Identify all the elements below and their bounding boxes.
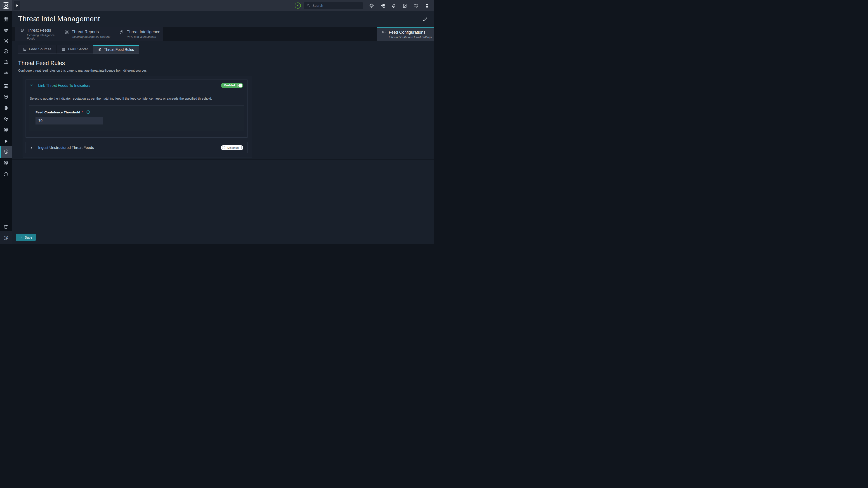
subtab-taxii-server[interactable]: TAXII Server [57, 45, 93, 54]
save-button[interactable]: Save [16, 234, 36, 241]
sub-tabs: Feed Sources TAXII Server Threat Feed Ru… [18, 45, 139, 54]
at-sign-icon: @ [3, 235, 8, 240]
automation-logo-icon [2, 2, 10, 9]
section-link-threat-feeds: Link Threat Feeds To Indicators Enabled … [26, 79, 248, 138]
sidebar-item-threat-intel[interactable] [0, 146, 12, 158]
sidebar-item-playbooks[interactable] [0, 137, 12, 146]
topbar-actions [369, 3, 430, 8]
toggle-knob [239, 84, 242, 88]
check-icon [19, 236, 23, 239]
sidebar-item-analytics[interactable] [0, 68, 12, 76]
tab-threat-feeds[interactable]: Threat Feeds Incoming Intelligence Feeds [16, 27, 60, 41]
toggle-track [241, 146, 242, 149]
tab-feed-configurations[interactable]: Feed Configurations Inbound Outbound Fee… [377, 27, 434, 41]
subtab-threat-feed-rules[interactable]: Threat Feed Rules [93, 45, 139, 54]
section-title: Ingest Unstructured Threat Feeds [38, 145, 94, 150]
people-icon [3, 116, 8, 122]
sidebar-item-lifecycle[interactable] [0, 169, 12, 178]
sidebar-item-help[interactable] [0, 103, 12, 112]
sync-arrows-icon [3, 171, 8, 177]
section-ingest-header[interactable]: Ingest Unstructured Threat Feeds Disable… [26, 142, 247, 153]
info-icon[interactable] [86, 110, 90, 114]
notifications-bell-icon[interactable] [391, 3, 396, 8]
section-title: Link Threat Feeds To Indicators [38, 84, 90, 88]
target-pulse-icon [20, 28, 24, 33]
search-input[interactable] [312, 4, 360, 7]
play-icon [3, 138, 8, 144]
pencil-icon [423, 17, 428, 22]
line-chart-icon [3, 69, 8, 75]
section-link-feeds-body: Select to update the indicator reputatio… [26, 91, 247, 137]
topbar [0, 0, 434, 11]
page-content: Threat Feed Rules Configure threat feed … [12, 60, 434, 160]
shield-pulse-icon [4, 149, 9, 155]
sidebar-item-sandbox[interactable] [0, 92, 12, 101]
sidebar-item-malware[interactable] [0, 126, 12, 135]
play-icon [16, 4, 19, 7]
user-profile-icon[interactable] [425, 3, 430, 8]
search-gear-icon [120, 30, 124, 34]
chevron-right-icon [30, 146, 33, 150]
sidebar-nav: @ [0, 11, 12, 244]
required-asterisk: * [82, 110, 83, 114]
rss-icon [23, 47, 27, 51]
sidebar-item-quick-actions[interactable] [0, 47, 12, 56]
settings-gear-icon[interactable] [369, 3, 374, 8]
sidebar-item-user-groups[interactable] [0, 26, 12, 35]
briefcase-icon [3, 59, 8, 64]
tasks-clipboard-icon[interactable] [402, 3, 407, 8]
page-header: Threat Intel Management [12, 11, 434, 27]
section-body-text: Select to update the indicator reputatio… [30, 97, 244, 100]
toggle-knob [222, 146, 225, 149]
field-label: Feed Confidence Threshold [35, 110, 80, 114]
rules-panel: Link Threat Feeds To Indicators Enabled … [23, 76, 252, 158]
dashboard-grid-icon [3, 17, 8, 22]
sitemap-icon[interactable] [380, 3, 385, 8]
chip-bug-icon [65, 30, 69, 34]
section-link-feeds-header[interactable]: Link Threat Feeds To Indicators Enabled [26, 80, 247, 91]
sidebar-item-apps[interactable] [0, 81, 12, 90]
link-feeds-toggle[interactable]: Enabled [221, 83, 243, 88]
app-logo[interactable] [0, 0, 12, 11]
edit-title-button[interactable] [423, 17, 428, 22]
shuffle-arrows-icon [3, 38, 8, 43]
content-description: Configure threat feed rules on this page… [18, 69, 428, 72]
toggle-label: Disabled [227, 146, 239, 149]
main-tabs: Threat Feeds Incoming Intelligence Feeds… [12, 27, 434, 41]
page-title: Threat Intel Management [18, 15, 100, 23]
trash-recycle-icon [3, 224, 8, 230]
sidebar-item-mentions[interactable]: @ [0, 231, 12, 244]
sidebar-expand-button[interactable] [13, 1, 20, 10]
target-pulse-icon [98, 48, 102, 52]
sidebar-item-contacts[interactable] [0, 115, 12, 124]
global-search[interactable] [304, 2, 363, 9]
lifebuoy-icon [3, 105, 8, 111]
bolt-circle-icon [3, 48, 8, 54]
environment-health-indicator[interactable] [295, 2, 301, 8]
tab-threat-reports[interactable]: Threat Reports Incoming Intelligence Rep… [60, 27, 115, 41]
shield-bug-icon [3, 127, 8, 133]
threat-intel-app: @ Threat Intel Management Threat Feeds I… [0, 0, 434, 244]
sidebar-item-dashboard[interactable] [0, 15, 12, 24]
toggle-track [237, 84, 238, 87]
server-stack-icon [61, 47, 65, 51]
threshold-subpanel: Feed Confidence Threshold * [29, 105, 244, 131]
sidebar-item-recycle-bin[interactable] [0, 222, 12, 231]
apps-modules-icon [3, 83, 8, 89]
cube-3d-icon [3, 94, 8, 100]
toggle-label: Enabled [224, 84, 235, 87]
subtab-feed-sources[interactable]: Feed Sources [18, 45, 57, 54]
leaf-icon [296, 4, 300, 7]
ingest-unstructured-toggle[interactable]: Disabled [221, 145, 243, 150]
content-heading: Threat Feed Rules [18, 60, 428, 66]
main-area: Threat Intel Management Threat Feeds Inc… [12, 11, 434, 244]
wrench-config-icon [382, 30, 386, 35]
console-window-icon[interactable] [413, 3, 418, 8]
tab-threat-intelligence[interactable]: Threat Intelligence PIRs and Workspaces [115, 27, 163, 41]
feed-confidence-threshold-input[interactable] [35, 117, 103, 125]
section-ingest-unstructured: Ingest Unstructured Threat Feeds Disable… [26, 142, 248, 153]
chevron-down-icon [30, 84, 33, 87]
sidebar-item-vault[interactable] [0, 159, 12, 168]
sidebar-item-cases[interactable] [0, 57, 12, 66]
sidebar-item-shuffle[interactable] [0, 36, 12, 45]
